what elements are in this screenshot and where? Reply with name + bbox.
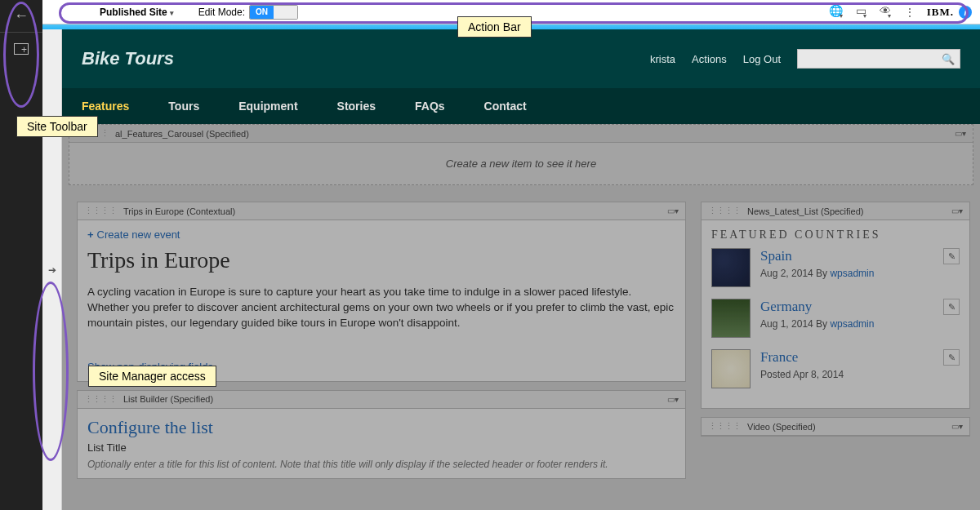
country-meta: Aug 2, 2014 By wpsadmin	[760, 268, 874, 279]
trips-heading: Trips in Europe	[87, 247, 675, 273]
country-row: Germany Aug 1, 2014 By wpsadmin ✎	[711, 299, 960, 338]
globe-icon[interactable]: 🌐▾	[829, 4, 843, 20]
carousel-header-label: al_Features_Carousel (Specified)	[115, 129, 249, 139]
callout-site-manager: Site Manager access	[88, 366, 216, 387]
callout-site-toolbar: Site Toolbar	[16, 116, 98, 137]
video-header-label: Video (Specified)	[747, 422, 816, 432]
configure-list-link[interactable]: Configure the list	[87, 417, 675, 438]
grip-icon: ⋮⋮⋮⋮	[708, 421, 741, 432]
nav-faqs[interactable]: FAQs	[415, 100, 445, 113]
country-link-spain[interactable]: Spain	[760, 248, 874, 264]
create-link-label: Create new event	[97, 228, 180, 241]
site-title: Bike Tours	[82, 48, 174, 69]
site-header: Bike Tours krista Actions Log Out 🔍	[62, 29, 980, 88]
country-thumb	[711, 248, 751, 287]
site-manager-drawer[interactable]: ➔	[42, 29, 62, 510]
list-title-label: List Title	[87, 441, 675, 454]
nav-contact[interactable]: Contact	[484, 100, 527, 113]
callout-action-bar: Action Bar	[457, 16, 532, 38]
page-plus-icon	[14, 43, 29, 55]
trips-header[interactable]: ⋮⋮⋮⋮ Trips in Europe (Contextual) ▭▾	[78, 202, 685, 220]
component-actions-icon[interactable]: ▭▾	[667, 206, 679, 215]
carousel-header[interactable]: ⋮⋮⋮⋮ al_Features_Carousel (Specified) ▭▾	[69, 125, 973, 143]
edit-icon[interactable]: ✎	[943, 349, 960, 366]
search-input[interactable]: 🔍	[797, 49, 960, 69]
site-toolbar: ←	[0, 0, 42, 510]
component-actions-icon[interactable]: ▭▾	[667, 395, 679, 404]
drawer-expand-icon: ➔	[48, 264, 56, 276]
country-link-france[interactable]: France	[760, 349, 844, 366]
carousel-placeholder: Create a new item to see it here	[69, 143, 973, 184]
nav-equipment[interactable]: Equipment	[238, 100, 297, 113]
country-meta: Posted Apr 8, 2014	[760, 369, 844, 380]
author-link[interactable]: wpsadmin	[830, 318, 874, 330]
author-link[interactable]: wpsadmin	[830, 268, 874, 279]
grip-icon: ⋮⋮⋮⋮	[708, 206, 741, 216]
video-header[interactable]: ⋮⋮⋮⋮ Video (Specified) ▭▾	[702, 418, 969, 436]
country-thumb	[711, 299, 751, 338]
content-area: Bike Tours krista Actions Log Out 🔍 Feat…	[62, 29, 980, 510]
user-link[interactable]: krista	[650, 53, 675, 65]
component-actions-icon[interactable]: ▭▾	[951, 206, 963, 215]
edit-icon[interactable]: ✎	[943, 248, 960, 264]
news-header-label: News_Latest_List (Specified)	[747, 206, 863, 216]
news-header[interactable]: ⋮⋮⋮⋮ News_Latest_List (Specified) ▭▾	[702, 202, 969, 220]
info-icon[interactable]: i	[959, 6, 972, 19]
carousel-component: ⋮⋮⋮⋮ al_Features_Carousel (Specified) ▭▾…	[69, 124, 973, 185]
grip-icon: ⋮⋮⋮⋮	[84, 206, 117, 216]
edit-mode-label: Edit Mode:	[198, 7, 245, 18]
edit-icon[interactable]: ✎	[943, 299, 960, 315]
trips-header-label: Trips in Europe (Contextual)	[123, 206, 235, 216]
component-actions-icon[interactable]: ▭▾	[951, 422, 963, 431]
chevron-down-icon: ▾	[170, 9, 174, 17]
trips-panel: ⋮⋮⋮⋮ Trips in Europe (Contextual) ▭▾ +Cr…	[77, 202, 686, 382]
logout-link[interactable]: Log Out	[743, 53, 781, 65]
search-icon: 🔍	[942, 53, 955, 65]
trips-body-text: A cycling vacation in Europe is sure to …	[87, 285, 675, 331]
actions-link[interactable]: Actions	[692, 53, 727, 65]
nav-stories[interactable]: Stories	[337, 100, 376, 113]
list-builder-header-label: List Builder (Specified)	[123, 394, 213, 404]
preview-icon[interactable]: 👁▾	[880, 4, 891, 20]
country-link-germany[interactable]: Germany	[760, 299, 874, 315]
list-builder-panel: ⋮⋮⋮⋮ List Builder (Specified) ▭▾ Configu…	[77, 390, 686, 479]
video-panel: ⋮⋮⋮⋮ Video (Specified) ▭▾	[701, 417, 970, 437]
create-new-event-link[interactable]: +Create new event	[87, 228, 675, 241]
published-site-dropdown[interactable]: Published Site▾	[100, 7, 174, 18]
country-row: Spain Aug 2, 2014 By wpsadmin ✎	[711, 248, 960, 287]
nav-tours[interactable]: Tours	[168, 100, 199, 113]
list-title-hint: Optionally enter a title for this list o…	[87, 459, 675, 470]
country-thumb	[711, 349, 751, 388]
news-panel: ⋮⋮⋮⋮ News_Latest_List (Specified) ▭▾ FEA…	[701, 202, 970, 409]
devices-icon[interactable]: ▭▾	[856, 4, 866, 20]
grip-icon: ⋮⋮⋮⋮	[84, 394, 117, 405]
country-row: France Posted Apr 8, 2014 ✎	[711, 349, 960, 388]
site-nav: Features Tours Equipment Stories FAQs Co…	[62, 88, 980, 124]
list-builder-header[interactable]: ⋮⋮⋮⋮ List Builder (Specified) ▭▾	[78, 391, 685, 409]
ibm-logo: IBM.	[927, 6, 954, 19]
published-label: Published Site	[100, 7, 167, 18]
editor-body: ⋮⋮⋮⋮ al_Features_Carousel (Specified) ▭▾…	[62, 124, 980, 510]
nav-features[interactable]: Features	[82, 100, 129, 113]
toggle-on: ON	[250, 6, 274, 19]
component-actions-icon[interactable]: ▭▾	[955, 129, 966, 138]
more-icon[interactable]: ⋮	[904, 6, 915, 19]
featured-countries-title: FEATURED COUNTRIES	[711, 228, 960, 242]
back-button[interactable]: ←	[0, 0, 42, 33]
edit-mode-toggle[interactable]: ON	[249, 5, 298, 20]
add-page-button[interactable]	[0, 33, 42, 65]
country-meta: Aug 1, 2014 By wpsadmin	[760, 318, 874, 330]
toggle-off	[274, 6, 297, 19]
